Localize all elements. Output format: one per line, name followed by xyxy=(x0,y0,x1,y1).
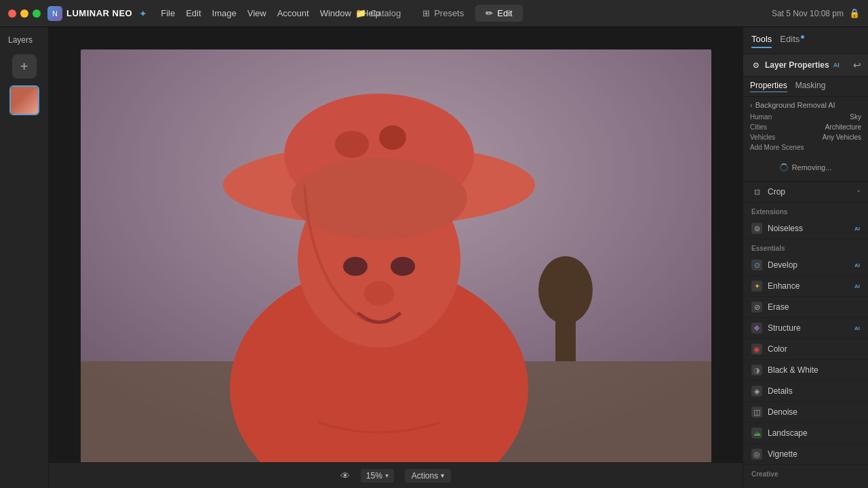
minimize-button[interactable] xyxy=(20,9,28,18)
details-label: Details xyxy=(768,386,860,396)
sub-tab-masking[interactable]: Masking xyxy=(795,81,826,92)
titlebar-right: Sat 5 Nov 10:08 pm 🔒 xyxy=(772,8,860,18)
zoom-chevron-icon: ▾ xyxy=(385,472,389,479)
app-logo-star: ✦ xyxy=(139,8,147,19)
bg-option-label-4: Add More Scenes xyxy=(750,144,804,151)
erase-icon: ⊘ xyxy=(751,302,762,312)
layer-properties-icon: ⊙ xyxy=(750,60,761,70)
noiseless-tool-item[interactable]: ⊜ Noiseless AI xyxy=(743,218,868,239)
edits-dot xyxy=(801,35,804,39)
denoise-tool-item[interactable]: ◫ Denoise xyxy=(743,402,868,423)
essentials-section-label: Essentials xyxy=(743,239,868,255)
visibility-icon[interactable]: 👁 xyxy=(340,470,350,481)
svg-point-12 xyxy=(343,257,368,276)
color-icon: ◉ xyxy=(751,344,762,354)
structure-label: Structure xyxy=(768,323,849,333)
titlebar-nav: 📁 Catalog ⊞ Presets ✏ Edit xyxy=(344,5,523,22)
catalog-nav-button[interactable]: 📁 Catalog xyxy=(344,5,412,22)
catalog-label: Catalog xyxy=(370,8,401,18)
menu-edit[interactable]: Edit xyxy=(186,8,201,18)
enhance-badge: AI xyxy=(854,283,860,289)
bg-option-label-3: Vehicles xyxy=(750,134,775,141)
photo-background xyxy=(81,49,711,466)
crop-badge: " xyxy=(857,189,860,195)
presets-icon: ⊞ xyxy=(422,8,430,18)
edit-nav-button[interactable]: ✏ Edit xyxy=(475,5,523,22)
menu-view[interactable]: View xyxy=(248,8,267,18)
svg-point-13 xyxy=(391,257,415,276)
add-layer-button[interactable]: + xyxy=(12,54,37,79)
removing-state: Removing... xyxy=(750,158,861,177)
structure-badge: AI xyxy=(854,325,860,331)
develop-icon: ⊙ xyxy=(751,260,762,270)
black-white-icon: ◑ xyxy=(751,365,762,375)
svg-point-14 xyxy=(364,281,394,306)
denoise-label: Denoise xyxy=(768,407,860,417)
develop-tool-item[interactable]: ⊙ Develop AI xyxy=(743,255,868,276)
bg-option-value-2: Architecture xyxy=(825,123,861,131)
bg-removal-label: Background Removal AI xyxy=(755,101,835,109)
vignette-icon: ◎ xyxy=(751,449,762,460)
layers-title: Layers xyxy=(0,35,33,45)
noiseless-icon: ⊜ xyxy=(751,223,762,234)
layer-properties-header[interactable]: ⊙ Layer Properties AI ↩ xyxy=(743,54,868,77)
titlebar: N LUMINAR NEO ✦ File Edit Image View Acc… xyxy=(0,0,868,27)
app-name: LUMINAR NEO xyxy=(66,8,132,18)
denoise-icon: ◫ xyxy=(751,407,762,418)
details-tool-item[interactable]: ◈ Details xyxy=(743,381,868,402)
catalog-icon: 📁 xyxy=(355,8,366,18)
removing-spinner xyxy=(780,163,788,171)
zoom-control[interactable]: 15% ▾ xyxy=(361,469,394,483)
zoom-level: 15% xyxy=(366,471,382,481)
develop-badge: AI xyxy=(854,262,860,268)
layer-properties-title-group: ⊙ Layer Properties AI xyxy=(750,60,840,70)
color-tool-item[interactable]: ◉ Color xyxy=(743,339,868,360)
crop-label: Crop xyxy=(768,187,852,197)
fullscreen-button[interactable] xyxy=(33,9,41,18)
noiseless-badge: AI xyxy=(854,226,860,232)
svg-point-11 xyxy=(291,158,467,239)
actions-chevron-icon: ▾ xyxy=(441,472,444,479)
bg-option-label-1: Human xyxy=(750,113,772,121)
app-logo-icon: N xyxy=(47,6,62,21)
landscape-tool-item[interactable]: ⛰ Landscape xyxy=(743,423,868,444)
bg-option-value-3: Any Vehicles xyxy=(823,134,861,141)
actions-label: Actions xyxy=(412,471,438,481)
erase-label: Erase xyxy=(768,302,860,312)
right-panel: Tools Edits ⊙ Layer Properties AI ↩ Prop… xyxy=(743,27,868,488)
bg-removal-options: Human Sky Cities Architecture Vehicles A… xyxy=(750,109,861,158)
menu-account[interactable]: Account xyxy=(277,8,309,18)
layers-panel: Layers + xyxy=(0,27,49,488)
enhance-tool-item[interactable]: ✦ Enhance AI xyxy=(743,276,868,297)
menu-image[interactable]: Image xyxy=(212,8,237,18)
bg-option-add-scenes[interactable]: Add More Scenes xyxy=(750,144,861,151)
close-button[interactable] xyxy=(8,9,16,18)
vignette-tool-item[interactable]: ◎ Vignette xyxy=(743,444,868,465)
presets-nav-button[interactable]: ⊞ Presets xyxy=(412,5,475,22)
system-time: Sat 5 Nov 10:08 pm xyxy=(772,9,844,18)
bg-removal-header[interactable]: ‹ Background Removal AI xyxy=(750,101,861,109)
extensions-section-label: Extensions xyxy=(743,203,868,218)
structure-icon: ❖ xyxy=(751,323,762,333)
bg-option-cities-arch: Cities Architecture xyxy=(750,123,861,131)
erase-tool-item[interactable]: ⊘ Erase xyxy=(743,297,868,318)
menu-file[interactable]: File xyxy=(161,8,175,18)
structure-tool-item[interactable]: ❖ Structure AI xyxy=(743,318,868,339)
background-removal-section: ‹ Background Removal AI Human Sky Cities… xyxy=(743,97,868,182)
actions-button[interactable]: Actions ▾ xyxy=(405,469,451,483)
enhance-label: Enhance xyxy=(768,281,849,291)
vignette-label: Vignette xyxy=(768,449,860,459)
tab-tools[interactable]: Tools xyxy=(751,34,772,48)
black-white-tool-item[interactable]: ◑ Black & White xyxy=(743,360,868,381)
traffic-lights xyxy=(8,9,41,18)
panel-tabs: Tools Edits xyxy=(743,27,868,54)
tab-edits[interactable]: Edits xyxy=(780,34,804,48)
sub-tab-properties[interactable]: Properties xyxy=(750,81,787,92)
crop-tool-item[interactable]: ⊡ Crop " xyxy=(743,182,868,203)
layer-thumbnail[interactable] xyxy=(9,85,39,115)
enhance-icon: ✦ xyxy=(751,281,762,291)
back-icon[interactable]: ↩ xyxy=(853,60,861,70)
landscape-icon: ⛰ xyxy=(751,428,762,439)
layer-properties-title: Layer Properties xyxy=(765,60,829,70)
app-logo: N LUMINAR NEO ✦ xyxy=(47,6,147,21)
